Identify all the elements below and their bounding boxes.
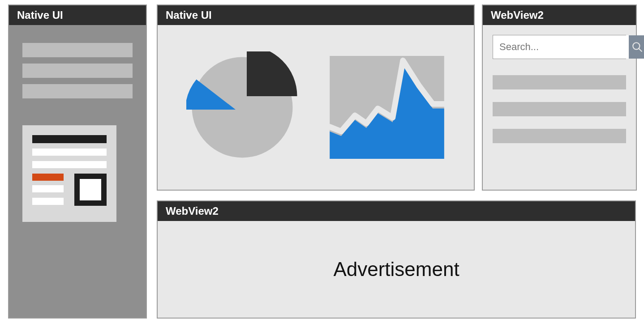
search-input[interactable] [493,35,629,59]
webview2-ad-panel: WebView2 Advertisement [157,200,636,319]
result-placeholder-row [493,75,626,89]
webview2-search-panel: WebView2 [482,4,637,191]
card-line [32,198,64,205]
result-placeholder-row [493,102,626,116]
card-line [32,149,107,156]
diagram-canvas: Native UI Native UI [0,0,644,323]
panel-title: WebView2 [483,5,636,25]
area-chart-icon [329,56,445,159]
search-icon [631,41,643,53]
native-ui-sidebar-panel: Native UI [8,4,147,319]
panel-title: Native UI [158,5,474,25]
card-line [32,161,107,168]
card-line [32,185,64,192]
sidebar-placeholder-row [22,64,133,78]
svg-line-3 [639,48,642,51]
card-image-placeholder [74,174,107,206]
result-placeholder-row [493,129,626,143]
search-button[interactable] [629,35,644,59]
sidebar-placeholder-row [22,43,133,57]
sidebar-card [22,125,116,222]
search-bar [493,35,626,59]
native-ui-charts-panel: Native UI [157,4,475,191]
panel-title: WebView2 [158,201,635,221]
sidebar-body [9,25,146,231]
advertisement-label: Advertisement [158,221,635,318]
card-header-bar [32,135,107,143]
panel-title: Native UI [9,5,146,25]
pie-chart-icon [186,51,298,163]
sidebar-placeholder-row [22,84,133,98]
card-accent-bar [32,174,64,181]
